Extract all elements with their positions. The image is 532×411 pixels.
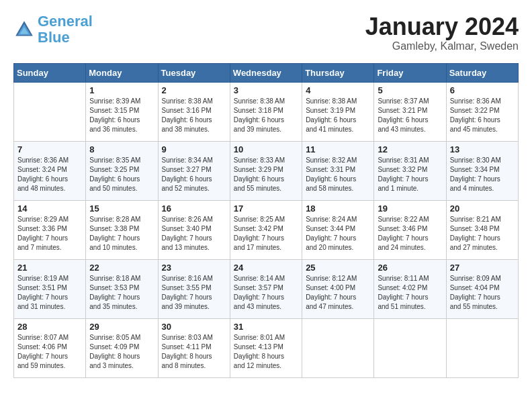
- day-number: 15: [89, 203, 154, 214]
- day-cell: [302, 318, 374, 377]
- header-row: SundayMondayTuesdayWednesdayThursdayFrid…: [14, 63, 519, 82]
- day-number: 26: [378, 263, 442, 273]
- logo-line2: Blue: [38, 29, 70, 46]
- day-info: Sunrise: 8:01 AM Sunset: 4:13 PM Dayligh…: [234, 333, 298, 371]
- day-info: Sunrise: 8:22 AM Sunset: 3:46 PM Dayligh…: [378, 215, 442, 253]
- calendar-page: General Blue January 2024 Gamleby, Kalma…: [0, 0, 532, 392]
- day-info: Sunrise: 8:33 AM Sunset: 3:29 PM Dayligh…: [234, 156, 298, 193]
- day-info: Sunrise: 8:26 AM Sunset: 3:40 PM Dayligh…: [162, 215, 226, 253]
- day-cell: 9Sunrise: 8:34 AM Sunset: 3:27 PM Daylig…: [158, 141, 230, 200]
- day-info: Sunrise: 8:18 AM Sunset: 3:53 PM Dayligh…: [89, 274, 154, 312]
- day-cell: 26Sunrise: 8:11 AM Sunset: 4:02 PM Dayli…: [374, 259, 446, 318]
- day-cell: 2Sunrise: 8:38 AM Sunset: 3:16 PM Daylig…: [158, 82, 230, 141]
- day-cell: 17Sunrise: 8:25 AM Sunset: 3:42 PM Dayli…: [230, 200, 302, 259]
- day-number: 13: [450, 144, 515, 154]
- day-cell: 21Sunrise: 8:19 AM Sunset: 3:51 PM Dayli…: [14, 259, 86, 318]
- day-cell: 20Sunrise: 8:21 AM Sunset: 3:48 PM Dayli…: [446, 200, 518, 259]
- day-cell: 5Sunrise: 8:37 AM Sunset: 3:21 PM Daylig…: [374, 82, 446, 141]
- header-saturday: Saturday: [446, 63, 518, 82]
- day-number: 18: [306, 203, 370, 214]
- day-number: 19: [378, 203, 442, 214]
- day-cell: 27Sunrise: 8:09 AM Sunset: 4:04 PM Dayli…: [446, 259, 518, 318]
- day-cell: 12Sunrise: 8:31 AM Sunset: 3:32 PM Dayli…: [374, 141, 446, 200]
- day-info: Sunrise: 8:36 AM Sunset: 3:22 PM Dayligh…: [450, 97, 515, 134]
- day-number: 1: [89, 85, 154, 95]
- day-info: Sunrise: 8:29 AM Sunset: 3:36 PM Dayligh…: [17, 215, 82, 253]
- day-number: 5: [378, 85, 442, 95]
- day-info: Sunrise: 8:30 AM Sunset: 3:34 PM Dayligh…: [450, 156, 515, 193]
- calendar-table: SundayMondayTuesdayWednesdayThursdayFrid…: [13, 63, 519, 378]
- day-info: Sunrise: 8:38 AM Sunset: 3:16 PM Dayligh…: [162, 97, 226, 134]
- day-cell: 6Sunrise: 8:36 AM Sunset: 3:22 PM Daylig…: [446, 82, 518, 141]
- header-sunday: Sunday: [14, 63, 86, 82]
- day-cell: 11Sunrise: 8:32 AM Sunset: 3:31 PM Dayli…: [302, 141, 374, 200]
- day-cell: [446, 318, 518, 377]
- day-info: Sunrise: 8:05 AM Sunset: 4:09 PM Dayligh…: [89, 333, 154, 371]
- day-number: 7: [17, 144, 82, 154]
- week-row-4: 21Sunrise: 8:19 AM Sunset: 3:51 PM Dayli…: [14, 259, 519, 318]
- logo-line1: General: [38, 13, 93, 30]
- day-cell: [14, 82, 86, 141]
- day-number: 27: [450, 263, 515, 273]
- week-row-2: 7Sunrise: 8:36 AM Sunset: 3:24 PM Daylig…: [14, 141, 519, 200]
- day-number: 17: [234, 203, 298, 214]
- day-info: Sunrise: 8:07 AM Sunset: 4:06 PM Dayligh…: [17, 333, 82, 371]
- header-friday: Friday: [374, 63, 446, 82]
- day-info: Sunrise: 8:31 AM Sunset: 3:32 PM Dayligh…: [378, 156, 442, 193]
- day-info: Sunrise: 8:36 AM Sunset: 3:24 PM Dayligh…: [17, 156, 82, 193]
- day-cell: 22Sunrise: 8:18 AM Sunset: 3:53 PM Dayli…: [86, 259, 158, 318]
- day-info: Sunrise: 8:28 AM Sunset: 3:38 PM Dayligh…: [89, 215, 154, 253]
- day-number: 16: [162, 203, 226, 214]
- day-number: 29: [89, 322, 154, 332]
- week-row-3: 14Sunrise: 8:29 AM Sunset: 3:36 PM Dayli…: [14, 200, 519, 259]
- day-cell: 13Sunrise: 8:30 AM Sunset: 3:34 PM Dayli…: [446, 141, 518, 200]
- logo-icon: [13, 19, 35, 40]
- day-number: 21: [17, 263, 82, 273]
- day-number: 14: [17, 203, 82, 214]
- day-info: Sunrise: 8:34 AM Sunset: 3:27 PM Dayligh…: [162, 156, 226, 193]
- day-info: Sunrise: 8:11 AM Sunset: 4:02 PM Dayligh…: [378, 274, 442, 312]
- day-cell: 28Sunrise: 8:07 AM Sunset: 4:06 PM Dayli…: [14, 318, 86, 377]
- day-cell: 18Sunrise: 8:24 AM Sunset: 3:44 PM Dayli…: [302, 200, 374, 259]
- day-cell: 29Sunrise: 8:05 AM Sunset: 4:09 PM Dayli…: [86, 318, 158, 377]
- day-number: 28: [17, 322, 82, 332]
- day-info: Sunrise: 8:09 AM Sunset: 4:04 PM Dayligh…: [450, 274, 515, 312]
- day-cell: 19Sunrise: 8:22 AM Sunset: 3:46 PM Dayli…: [374, 200, 446, 259]
- day-info: Sunrise: 8:35 AM Sunset: 3:25 PM Dayligh…: [89, 156, 154, 193]
- day-cell: 31Sunrise: 8:01 AM Sunset: 4:13 PM Dayli…: [230, 318, 302, 377]
- day-info: Sunrise: 8:14 AM Sunset: 3:57 PM Dayligh…: [234, 274, 298, 312]
- day-info: Sunrise: 8:25 AM Sunset: 3:42 PM Dayligh…: [234, 215, 298, 253]
- day-number: 25: [306, 263, 370, 273]
- day-number: 6: [450, 85, 515, 95]
- day-info: Sunrise: 8:38 AM Sunset: 3:19 PM Dayligh…: [306, 97, 370, 134]
- day-cell: 7Sunrise: 8:36 AM Sunset: 3:24 PM Daylig…: [14, 141, 86, 200]
- day-number: 12: [378, 144, 442, 154]
- header-wednesday: Wednesday: [230, 63, 302, 82]
- day-cell: 15Sunrise: 8:28 AM Sunset: 3:38 PM Dayli…: [86, 200, 158, 259]
- day-number: 24: [234, 263, 298, 273]
- day-number: 4: [306, 85, 370, 95]
- header-tuesday: Tuesday: [158, 63, 230, 82]
- day-info: Sunrise: 8:37 AM Sunset: 3:21 PM Dayligh…: [378, 97, 442, 134]
- day-info: Sunrise: 8:19 AM Sunset: 3:51 PM Dayligh…: [17, 274, 82, 312]
- day-number: 23: [162, 263, 226, 273]
- day-number: 10: [234, 144, 298, 154]
- title-block: January 2024 Gamleby, Kalmar, Sweden: [365, 13, 519, 52]
- day-info: Sunrise: 8:12 AM Sunset: 4:00 PM Dayligh…: [306, 274, 370, 312]
- day-cell: 24Sunrise: 8:14 AM Sunset: 3:57 PM Dayli…: [230, 259, 302, 318]
- day-number: 22: [89, 263, 154, 273]
- subtitle: Gamleby, Kalmar, Sweden: [365, 40, 519, 52]
- day-cell: 14Sunrise: 8:29 AM Sunset: 3:36 PM Dayli…: [14, 200, 86, 259]
- day-cell: 23Sunrise: 8:16 AM Sunset: 3:55 PM Dayli…: [158, 259, 230, 318]
- day-number: 3: [234, 85, 298, 95]
- day-cell: 8Sunrise: 8:35 AM Sunset: 3:25 PM Daylig…: [86, 141, 158, 200]
- header: General Blue January 2024 Gamleby, Kalma…: [13, 13, 519, 52]
- day-cell: 16Sunrise: 8:26 AM Sunset: 3:40 PM Dayli…: [158, 200, 230, 259]
- day-info: Sunrise: 8:38 AM Sunset: 3:18 PM Dayligh…: [234, 97, 298, 134]
- day-info: Sunrise: 8:39 AM Sunset: 3:15 PM Dayligh…: [89, 97, 154, 134]
- day-cell: [374, 318, 446, 377]
- month-title: January 2024: [365, 13, 519, 40]
- header-monday: Monday: [86, 63, 158, 82]
- logo-text: General Blue: [38, 13, 93, 46]
- day-number: 8: [89, 144, 154, 154]
